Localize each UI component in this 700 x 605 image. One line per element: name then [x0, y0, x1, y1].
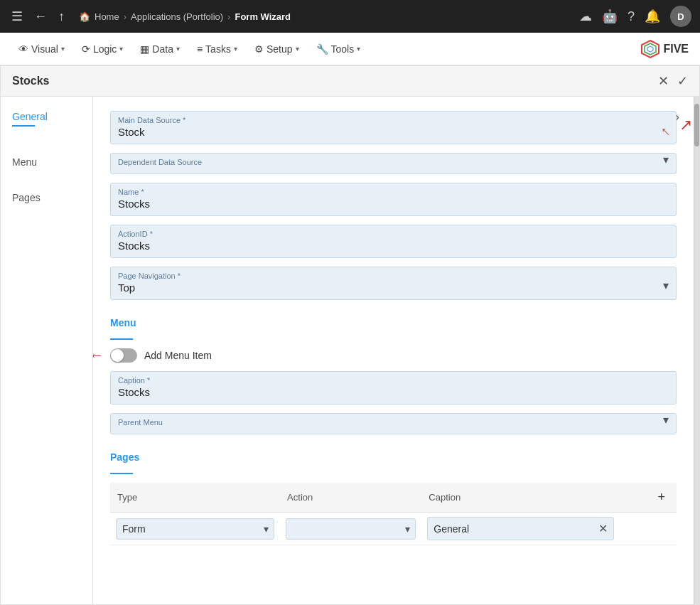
pages-section-header: Pages: [110, 451, 677, 466]
sidebar-section-menu[interactable]: Menu: [12, 156, 81, 171]
forward-icon[interactable]: ↑: [55, 6, 68, 27]
cloud-icon[interactable]: ☁: [579, 9, 592, 24]
caption-input[interactable]: [434, 523, 594, 535]
type-cell: Form: [110, 513, 280, 545]
toggle-knob: [111, 349, 124, 362]
sidebar-section-general[interactable]: General: [12, 111, 81, 135]
dependent-data-source-label: Dependent Data Source: [118, 158, 650, 166]
action-cell: [280, 513, 421, 545]
dropdown-arrow: ▾: [61, 45, 65, 53]
dropdown-arrow: ▾: [119, 45, 123, 53]
caption-wrapper[interactable]: Caption * Stocks: [110, 371, 677, 405]
general-label: General: [12, 111, 81, 125]
nav-item-visual[interactable]: 👁 Visual ▾: [11, 39, 72, 59]
annotation-arrow-2: ←: [93, 346, 104, 365]
action-select[interactable]: [286, 518, 416, 540]
table-row: Form: [110, 513, 677, 545]
breadcrumb: 🏠 Home › Applications (Portfolio) › Form…: [79, 11, 574, 22]
robot-icon[interactable]: 🤖: [602, 9, 618, 24]
action-select-wrapper: [286, 518, 416, 540]
main-panel: Stocks ✕ ✓ General Menu Pages ‹ ›: [0, 65, 700, 605]
content-area: General Menu Pages ‹ › Main Data Source …: [1, 97, 699, 604]
dependent-dropdown-icon: ▾: [663, 153, 669, 166]
page-navigation-value: Top: [118, 282, 650, 294]
dropdown-arrow: ▾: [234, 45, 237, 53]
name-label: Name *: [118, 188, 669, 196]
panel-header: Stocks ✕ ✓: [1, 66, 699, 97]
home-icon: 🏠: [79, 11, 90, 22]
menu-icon[interactable]: ☰: [9, 6, 26, 27]
nav-actions: ☁ 🤖 ? 🔔 D: [579, 6, 691, 27]
nav-item-setup[interactable]: ⚙ Setup ▾: [247, 39, 306, 59]
caption-clear-button[interactable]: ✕: [598, 522, 608, 535]
caption-value: Stocks: [118, 386, 669, 398]
eye-icon: 👁: [18, 43, 28, 55]
nav-item-tasks[interactable]: ≡ Tasks ▾: [190, 39, 244, 59]
action-id-wrapper[interactable]: ActionID * Stocks: [110, 225, 677, 258]
menu-underline: [110, 338, 133, 340]
caption-cell: ✕: [421, 513, 620, 545]
caption-label: Caption *: [118, 376, 669, 385]
add-menu-item-label: Add Menu Item: [144, 350, 212, 361]
main-data-source-wrapper[interactable]: Main Data Source * Stock ↑: [110, 111, 677, 144]
add-page-button[interactable]: +: [653, 488, 669, 506]
logic-icon: ⟳: [82, 43, 90, 55]
breadcrumb-home[interactable]: Home: [95, 11, 119, 22]
nav-item-tools[interactable]: 🔧 Tools ▾: [309, 39, 368, 59]
main-data-source-field: Main Data Source * Stock ↑ ↗: [110, 111, 677, 144]
menu-section-header: Menu: [110, 317, 677, 331]
add-menu-item-toggle[interactable]: [110, 348, 137, 363]
top-navbar: ☰ ← ↑ 🏠 Home › Applications (Portfolio) …: [0, 0, 700, 33]
action-id-field: ActionID * Stocks: [110, 225, 677, 258]
pages-section: Pages Type Action Caption +: [110, 451, 677, 545]
pages-table: Type Action Caption +: [110, 483, 677, 545]
nav-item-logic[interactable]: ⟳ Logic ▾: [75, 39, 130, 59]
dependent-data-source-wrapper[interactable]: Dependent Data Source ▾: [110, 153, 677, 174]
main-data-source-label: Main Data Source *: [118, 116, 669, 124]
scrollbar[interactable]: [694, 97, 699, 604]
col-caption: Caption: [421, 483, 620, 513]
back-icon[interactable]: ←: [31, 6, 50, 27]
main-data-source-value: Stock: [118, 126, 669, 138]
svg-marker-2: [647, 46, 653, 52]
type-select-wrapper: Form: [116, 518, 274, 540]
bell-icon[interactable]: 🔔: [645, 9, 660, 24]
general-underline: [12, 125, 35, 127]
dependent-data-source-field: Dependent Data Source ▾: [110, 153, 677, 174]
scrollbar-thumb[interactable]: [694, 104, 699, 146]
page-navigation-wrapper[interactable]: Page Navigation * Top ▾: [110, 267, 677, 300]
close-button[interactable]: ✕: [658, 73, 669, 89]
header-actions: ✕ ✓: [658, 73, 688, 89]
form-area: ‹ › Main Data Source * Stock ↑ ↗ Depende…: [93, 97, 694, 604]
type-select[interactable]: Form: [116, 518, 274, 540]
nav-item-data[interactable]: ▦ Data ▾: [133, 39, 187, 59]
breadcrumb-applications[interactable]: Applications (Portfolio): [131, 11, 223, 22]
page-navigation-field: Page Navigation * Top ▾: [110, 267, 677, 300]
svg-marker-1: [645, 43, 656, 55]
panel-title: Stocks: [12, 75, 49, 87]
left-sidebar: General Menu Pages: [1, 97, 93, 604]
sidebar-section-pages[interactable]: Pages: [12, 192, 81, 206]
parent-menu-wrapper[interactable]: Parent Menu ▾: [110, 413, 677, 434]
breadcrumb-form-wizard[interactable]: Form Wizard: [235, 11, 291, 22]
action-id-value: Stocks: [118, 240, 669, 252]
name-value: Stocks: [118, 198, 669, 210]
confirm-button[interactable]: ✓: [677, 73, 688, 89]
tools-icon: 🔧: [316, 43, 328, 55]
avatar[interactable]: D: [670, 6, 691, 27]
col-action: Action: [280, 483, 421, 513]
help-icon[interactable]: ?: [628, 9, 635, 24]
dropdown-arrow: ▾: [176, 45, 180, 53]
page-nav-dropdown-icon: ▾: [663, 279, 669, 292]
row-actions-cell: [620, 513, 677, 545]
col-add: +: [620, 483, 677, 513]
name-wrapper[interactable]: Name * Stocks: [110, 183, 677, 216]
dropdown-arrow: ▾: [296, 45, 299, 53]
logo-text: FIVE: [663, 43, 689, 55]
caption-field-wrapper: ✕: [427, 517, 614, 540]
pages-underline: [110, 473, 133, 474]
parent-menu-field: Parent Menu ▾: [110, 413, 677, 434]
page-navigation-label: Page Navigation *: [118, 272, 650, 280]
data-icon: ▦: [140, 43, 149, 55]
menu-label: Menu: [12, 156, 81, 171]
